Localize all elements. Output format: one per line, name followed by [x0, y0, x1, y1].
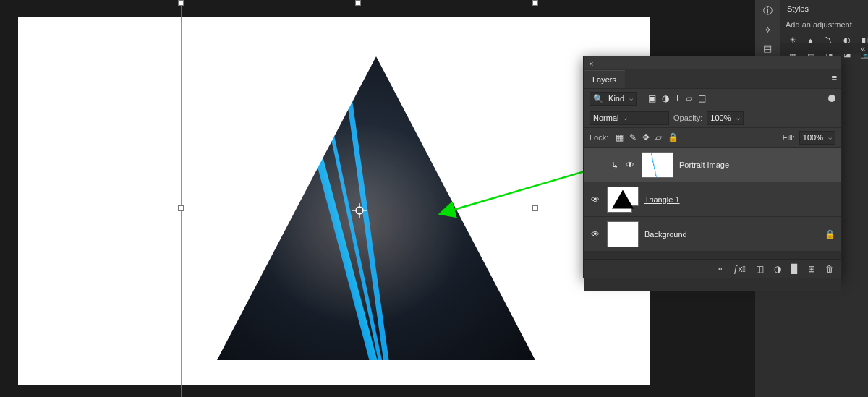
blend-opacity-row: Normal Opacity: 100%: [584, 108, 841, 127]
close-icon[interactable]: ×: [589, 59, 593, 68]
visibility-toggle-icon[interactable]: 👁: [590, 195, 601, 205]
lock-transparency-icon[interactable]: ▦: [616, 132, 624, 142]
new-layer-icon[interactable]: ⊞: [808, 264, 815, 274]
lock-all-icon[interactable]: 🔒: [668, 132, 678, 142]
fx-icon[interactable]: ƒx͙: [733, 264, 746, 274]
layer-name[interactable]: Triangle 1: [644, 195, 680, 204]
lock-icon[interactable]: 🔒: [825, 229, 835, 239]
layers-panel[interactable]: × ≡ Layers 🔍 Kind ▣ ◑ T ▱ ◫ Normal Opaci…: [583, 56, 842, 278]
filter-toggle-icon[interactable]: [828, 95, 835, 102]
layer-thumbnail[interactable]: [607, 187, 639, 213]
lock-artboard-icon[interactable]: ▱: [655, 132, 662, 142]
svg-point-0: [356, 207, 363, 214]
layer-row[interactable]: 👁 Background 🔒: [584, 216, 841, 251]
triangle-clip-result: [217, 56, 535, 360]
fill-field[interactable]: 100%: [799, 131, 835, 145]
layer-filter-row: 🔍 Kind ▣ ◑ T ▱ ◫: [584, 88, 841, 108]
opacity-field[interactable]: 100%: [707, 111, 743, 125]
layer-row[interactable]: 👁 Triangle 1: [584, 182, 841, 216]
lock-position-icon[interactable]: ✥: [642, 132, 650, 142]
layer-row[interactable]: 👁 ↳ Portrait Image: [584, 147, 841, 182]
layer-name[interactable]: Background: [644, 230, 687, 239]
transform-handle[interactable]: [178, 0, 184, 6]
clipping-mask-indicator-icon: ↳: [611, 161, 618, 171]
transform-handle[interactable]: [178, 205, 184, 211]
swatches-icon[interactable]: ▤: [763, 43, 772, 54]
document-canvas[interactable]: [18, 17, 650, 385]
trash-icon[interactable]: 🗑: [825, 264, 834, 274]
layer-thumbnail[interactable]: [642, 152, 673, 178]
wand-icon[interactable]: ✧: [764, 25, 772, 35]
filter-adjust-icon[interactable]: ◑: [662, 93, 669, 103]
lock-fill-row: Lock: ▦ ✎ ✥ ▱ 🔒 Fill: 100%: [584, 127, 841, 147]
filter-smart-icon[interactable]: ◫: [698, 93, 706, 103]
transform-handle[interactable]: [532, 0, 538, 6]
adjust-layer-icon[interactable]: ◑: [774, 264, 781, 274]
visibility-toggle-icon[interactable]: 👁: [590, 229, 601, 239]
visibility-toggle-icon[interactable]: 👁: [624, 160, 636, 170]
opacity-label: Opacity:: [673, 114, 702, 122]
tab-styles[interactable]: Styles: [780, 0, 816, 17]
group-icon[interactable]: ▉: [791, 264, 798, 274]
transform-anchor[interactable]: [352, 203, 367, 218]
layers-panel-footer: ⚭ ƒx͙ ◫ ◑ ▉ ⊞ 🗑: [584, 259, 841, 278]
fill-label: Fill:: [783, 133, 795, 142]
panel-collapse-grip[interactable]: «: [780, 43, 868, 54]
filter-pixel-icon[interactable]: ▣: [648, 93, 656, 103]
blend-mode-dropdown[interactable]: Normal: [590, 111, 669, 125]
transform-handle[interactable]: [355, 0, 361, 6]
transform-handle[interactable]: [532, 205, 538, 211]
panel-menu-icon[interactable]: ≡: [831, 72, 837, 83]
info-icon[interactable]: ⓘ: [763, 4, 773, 17]
vector-mask-indicator-icon: [631, 205, 639, 213]
layer-thumbnail[interactable]: [607, 221, 639, 247]
lock-pixels-icon[interactable]: ✎: [629, 132, 637, 142]
filter-shape-icon[interactable]: ▱: [686, 93, 692, 103]
lock-label: Lock:: [590, 133, 608, 142]
layer-filter-kind[interactable]: 🔍 Kind: [590, 92, 637, 106]
filter-type-icon[interactable]: T: [675, 93, 680, 103]
mask-icon[interactable]: ◫: [756, 264, 764, 274]
link-icon[interactable]: ⚭: [716, 264, 723, 274]
tab-layers[interactable]: Layers: [584, 70, 625, 88]
layer-name[interactable]: Portrait Image: [679, 161, 729, 169]
